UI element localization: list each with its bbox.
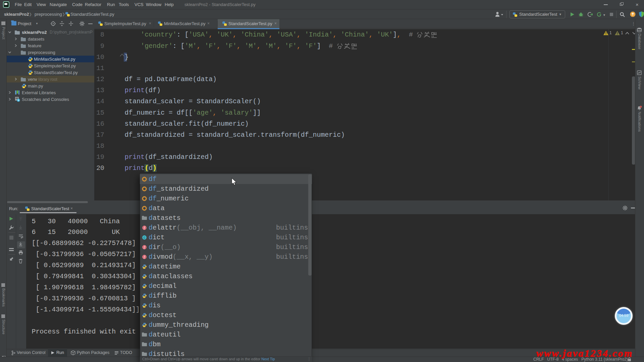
svg-text:c: c bbox=[144, 236, 145, 239]
